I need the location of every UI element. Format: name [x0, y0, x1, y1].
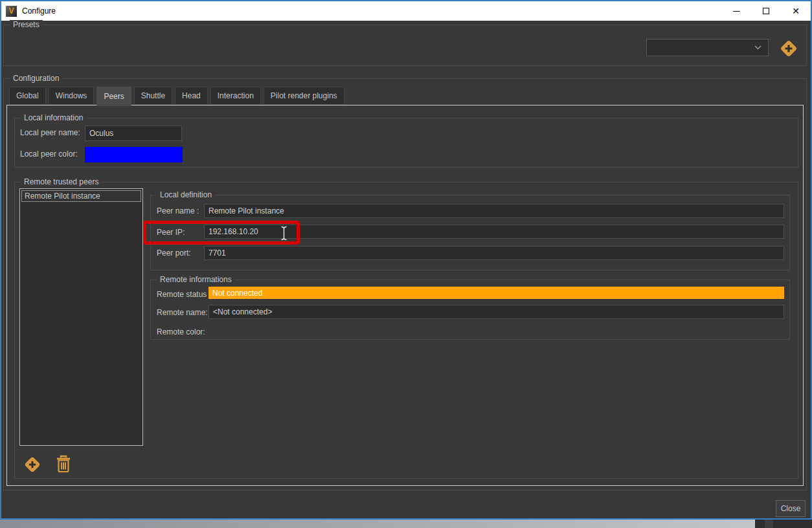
- configuration-tabs: Global Windows Peers Shuttle Head Intera…: [9, 87, 344, 105]
- tab-shuttle[interactable]: Shuttle: [134, 87, 172, 105]
- local-definition-label: Local definition: [157, 190, 215, 199]
- window-controls: ✕: [721, 1, 811, 21]
- local-peer-name-label: Local peer name:: [20, 128, 80, 137]
- remote-informations-label: Remote informations: [157, 275, 235, 284]
- maximize-button[interactable]: [751, 1, 781, 21]
- remote-peers-listbox[interactable]: Remote Pilot instance: [19, 188, 143, 446]
- local-peer-color-label: Local peer color:: [20, 149, 78, 159]
- peer-name-label: Peer name :: [157, 206, 199, 215]
- window-title: Configure: [22, 6, 56, 16]
- maximize-icon: [763, 8, 769, 14]
- diamond-plus-icon: [778, 38, 799, 59]
- local-information-label: Local information: [21, 113, 86, 122]
- close-icon: ✕: [792, 6, 800, 16]
- peer-ip-label: Peer IP:: [157, 228, 185, 237]
- app-icon: V: [6, 6, 17, 17]
- remote-color-label: Remote color:: [157, 327, 205, 336]
- peer-name-input[interactable]: [204, 204, 784, 218]
- tab-windows[interactable]: Windows: [49, 87, 95, 105]
- peer-port-input[interactable]: [204, 246, 784, 260]
- remote-name-input[interactable]: [209, 305, 784, 319]
- minimize-icon: [733, 11, 740, 12]
- add-peer-button[interactable]: [23, 455, 42, 474]
- tab-interaction[interactable]: Interaction: [210, 87, 261, 105]
- list-item-remote-pilot-instance[interactable]: Remote Pilot instance: [21, 190, 141, 202]
- tab-global[interactable]: Global: [9, 87, 46, 105]
- remote-status-value: Not connected: [209, 287, 784, 299]
- tab-peers[interactable]: Peers: [96, 87, 131, 106]
- remote-trusted-peers-label: Remote trusted peers: [21, 177, 102, 186]
- peer-port-label: Peer port:: [157, 248, 191, 258]
- add-preset-button[interactable]: [778, 38, 799, 59]
- remote-status-label: Remote status: [157, 290, 207, 299]
- remote-name-label: Remote name:: [157, 308, 208, 317]
- desktop-strip: [0, 520, 812, 528]
- peer-ip-input[interactable]: [204, 225, 784, 239]
- minimize-button[interactable]: [721, 1, 751, 21]
- delete-peer-button[interactable]: [55, 455, 72, 473]
- chevron-down-icon: [754, 45, 761, 50]
- configure-window: V Configure ✕ Presets: [0, 0, 812, 520]
- desktop-strip-dark: [755, 520, 812, 528]
- close-button[interactable]: Close: [776, 500, 806, 517]
- text-cursor-icon: [280, 226, 288, 243]
- preset-select[interactable]: [646, 39, 769, 56]
- desktop-strip-block: [765, 520, 773, 528]
- local-peer-name-input[interactable]: [85, 126, 182, 141]
- diamond-plus-icon: [23, 455, 42, 474]
- window-content: Presets Configuration Global Windows Pee…: [1, 21, 811, 518]
- tab-head[interactable]: Head: [175, 87, 208, 105]
- close-window-button[interactable]: ✕: [781, 1, 811, 21]
- desktop-strip-light: [0, 520, 755, 528]
- titlebar: V Configure ✕: [1, 1, 811, 21]
- local-peer-color-swatch[interactable]: [85, 147, 183, 162]
- configuration-group-label: Configuration: [10, 74, 62, 83]
- tab-pilot-render-plugins[interactable]: Pilot render plugins: [264, 87, 344, 105]
- presets-group-label: Presets: [10, 20, 43, 29]
- trash-icon: [55, 455, 72, 473]
